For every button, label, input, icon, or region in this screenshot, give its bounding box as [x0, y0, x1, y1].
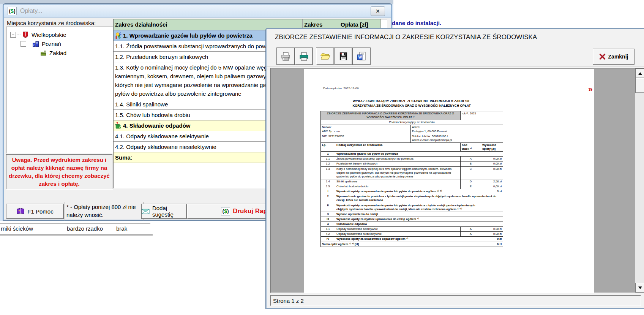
doc-summary-label: Wysokość opłaty za wprowadzanie gazów lu… — [335, 189, 481, 194]
svg-text:W: W — [358, 55, 362, 59]
doc-col-kod: Kod tabeli ³⁾ — [461, 142, 481, 151]
doc-activity-label: Kotły o nominalnej mocy cieplnej do 5 MW… — [335, 166, 461, 179]
open-button[interactable] — [316, 47, 334, 65]
scroll-down-button[interactable] — [635, 283, 644, 293]
tree-connector — [17, 35, 21, 35]
add-suggestion-button[interactable]: Dodaj sugestię — [141, 204, 187, 219]
tree-panel-label: Miejsca korzystania ze środowiska: — [7, 20, 96, 26]
svg-text:$: $ — [118, 124, 121, 129]
red-chevron-marker: » — [588, 84, 593, 93]
tree-connector — [35, 53, 39, 53]
printer-color-icon — [299, 52, 309, 61]
doc-lp-cell: 3 — [321, 212, 335, 217]
tree-item-poznań[interactable]: −Poznań — [6, 39, 113, 48]
doc-lp-cell: III — [321, 217, 335, 222]
report-row: IIWysokość opłaty za wprowadzanie gazów … — [321, 203, 503, 212]
tree-item-wielkopolskie[interactable]: −Wielkopolskie — [6, 30, 113, 39]
doc-lp-cell: IV — [321, 237, 335, 242]
background-word-1: rniki ścieków — [1, 225, 33, 232]
scrollbar-thumb[interactable] — [635, 78, 644, 93]
doc-section-label: Wprowadzanie gazów lub pyłów do powietrz… — [335, 152, 503, 157]
export-word-button[interactable]: W — [352, 47, 371, 65]
save-floppy-icon — [339, 52, 348, 61]
company-name-cell: Nazwa: ABC Sp. z o.o. — [321, 125, 411, 134]
doc-activity-label: Odpady składowane selektywnie — [335, 227, 461, 232]
close-icon[interactable]: ✕ — [371, 6, 385, 16]
activity-label: 1.4. Silniki spalinowe — [115, 100, 168, 109]
report-row: 2Wprowadzanie gazów do powietrza z tytuł… — [321, 194, 503, 203]
doc-value-cell: 0,00 zł — [481, 227, 503, 232]
background-divider-top — [0, 223, 150, 224]
doc-activity-label: Źródła powstawania substancji wprowadzan… — [335, 157, 461, 161]
arrow-up-icon — [638, 72, 642, 75]
report-row: 1.1Źródła powstawania substancji wprowad… — [321, 157, 503, 161]
doc-kod-cell: D — [461, 179, 481, 184]
report-page: Data wydruku: 2025-11-06 WYKAZ ZAWIERAJĄ… — [304, 69, 594, 293]
doc-section-label: Wprowadzanie gazów do powietrza z tytułu… — [335, 194, 503, 203]
fee-threshold-note: * - Opłaty poniżej 800 zł nie należy wno… — [65, 202, 144, 220]
report-year-cell: rok ²⁾: 2025 — [461, 111, 503, 120]
oplaty-window-title: Opłaty... — [20, 8, 42, 14]
doc-kod-cell: A — [461, 227, 481, 232]
dollar-brackets-icon: ($) — [8, 7, 17, 15]
book-icon: ? — [16, 208, 25, 215]
print-color-button[interactable] — [295, 47, 313, 65]
page-indicator: Strona 1 z 2 — [273, 298, 304, 304]
word-document-icon: W — [357, 52, 366, 61]
page-status-bar: Strona 1 z 2 — [270, 295, 641, 306]
print-button[interactable] — [276, 47, 295, 65]
doc-summary-value — [481, 203, 503, 212]
doc-activity-label: Odpady składowane nieselektywnie — [335, 232, 461, 237]
doc-lp-cell: II — [321, 203, 335, 212]
preview-scrollbar[interactable] — [635, 68, 644, 293]
company-address-cell: Adres: Emisyjna 1, 60-000 Poznań — [411, 125, 503, 134]
tree-connector — [28, 44, 31, 44]
doc-lp-cell: 1.3 — [321, 166, 335, 179]
open-folder-icon — [320, 52, 330, 61]
background-text-instalacja: dane do instalacji. — [392, 20, 441, 26]
doc-value-cell: 0,00 zł — [481, 184, 503, 189]
doc-value-cell: 0,00 zł — [481, 161, 503, 166]
doc-value-cell: 0,00 zł — [481, 157, 503, 161]
activity-label: Suma: — [115, 153, 133, 162]
doc-summary-value: 3 zł — [481, 189, 503, 194]
city-icon — [32, 41, 40, 47]
report-subject-label: Podmiot korzystający ze środowiska — [321, 120, 503, 125]
report-row: 1.2Przeładunek benzyn silnikowychB0,00 z… — [321, 161, 503, 166]
tree-connector — [31, 53, 34, 53]
save-button[interactable] — [334, 47, 352, 65]
background-word-3: brak — [116, 225, 127, 232]
doc-value-cell: 2,58 zł — [481, 179, 503, 184]
tree-expander-icon[interactable]: − — [10, 32, 16, 38]
help-button[interactable]: ? F1 Pomoc — [6, 204, 64, 219]
close-report-button[interactable]: Zamknij — [593, 49, 635, 65]
report-row: 1.3Kotły o nominalnej mocy cieplnej do 5… — [321, 166, 503, 179]
activity-label: 4.2. Odpady składowane nieselektywnie — [115, 142, 216, 151]
doc-lp-cell: 1.2 — [321, 161, 335, 166]
dollar-brackets-icon: ($) — [221, 207, 230, 215]
activity-label: 4. Składowanie odpadów — [123, 121, 191, 130]
report-row: IWysokość opłaty za wprowadzanie gazów l… — [321, 189, 503, 194]
scroll-up-button[interactable] — [635, 68, 644, 78]
tree-expander-icon[interactable]: − — [21, 41, 26, 47]
add-suggestion-label: Dodaj sugestię — [152, 205, 186, 218]
document-preview-area: Data wydruku: 2025-11-06 WYKAZ ZAWIERAJĄ… — [270, 68, 644, 293]
help-button-label: F1 Pomoc — [27, 208, 53, 215]
doc-kod-cell: A — [461, 157, 481, 161]
print-report-label: Drukuj Rap — [233, 207, 267, 215]
background-word-2: bardzo rzadko — [67, 225, 103, 232]
background-divider-bottom — [0, 234, 153, 236]
doc-col-wysokosc: Wysokość opłaty [zł] — [481, 142, 503, 151]
oplaty-titlebar[interactable]: ($) Opłaty... ✕ — [4, 5, 391, 18]
report-heading-line2: KORZYSTANIA ZE ŚRODOWISKA ORAZ O WYSOKOŚ… — [320, 103, 503, 108]
report-window-title: ZBIORCZE ZESTAWIENIE INFORMACJI O ZAKRES… — [275, 33, 537, 41]
doc-summary-value — [481, 217, 503, 222]
region-icon — [22, 32, 30, 38]
environment-places-tree[interactable]: −Wielkopolskie−PoznańZakład — [6, 27, 113, 154]
close-x-icon — [599, 54, 606, 60]
plant-icon — [40, 50, 47, 56]
tree-item-zakład[interactable]: Zakład — [6, 48, 113, 57]
doc-lp-cell: I — [321, 189, 335, 194]
report-row: IVWysokość opłaty za składowanie odpadów… — [321, 237, 503, 242]
close-report-label: Zamknij — [608, 54, 628, 60]
